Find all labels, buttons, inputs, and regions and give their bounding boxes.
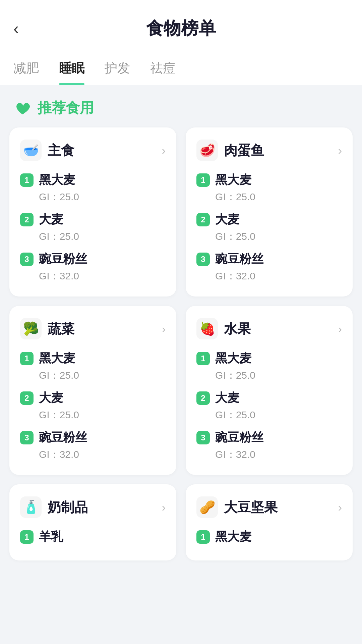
list-item: 3豌豆粉丝GI：32.0	[20, 251, 166, 283]
food-name: 黑大麦	[215, 172, 251, 188]
food-card-shuiguo[interactable]: 🍓水果›1黑大麦GI：25.02大麦GI：25.03豌豆粉丝GI：32.0	[186, 306, 353, 475]
card-icon-naizhipin: 🧴	[20, 496, 42, 518]
list-item: 1黑大麦GI：25.0	[20, 350, 166, 382]
card-arrow-zhushi: ›	[162, 144, 166, 157]
card-name-roudanyu: 肉蛋鱼	[224, 141, 264, 160]
tab-hufa[interactable]: 护发	[105, 50, 130, 85]
card-arrow-roudanyu: ›	[338, 144, 342, 157]
tab-bar: 减肥睡眠护发祛痘	[0, 50, 362, 85]
card-arrow-naizhipin: ›	[162, 501, 166, 514]
card-name-shucai: 蔬菜	[48, 320, 74, 338]
food-name: 大麦	[215, 211, 239, 228]
list-item: 1黑大麦	[196, 529, 342, 545]
food-grid: 🥣主食›1黑大麦GI：25.02大麦GI：25.03豌豆粉丝GI：32.0🥩肉蛋…	[0, 127, 362, 570]
food-name: 羊乳	[39, 529, 63, 545]
food-card-dadoujianguo[interactable]: 🥜大豆坚果›1黑大麦	[186, 484, 353, 560]
food-name: 豌豆粉丝	[215, 251, 263, 267]
rank-badge: 2	[20, 213, 34, 226]
food-name: 大麦	[39, 390, 63, 406]
card-header-roudanyu: 🥩肉蛋鱼›	[196, 140, 342, 161]
rank-badge: 3	[196, 253, 210, 266]
food-name: 豌豆粉丝	[39, 251, 87, 267]
card-header-shuiguo: 🍓水果›	[196, 318, 342, 339]
rank-badge: 2	[196, 391, 210, 405]
list-item: 1羊乳	[20, 529, 166, 545]
rank-badge: 1	[196, 352, 210, 365]
card-header-shucai: 🥦蔬菜›	[20, 318, 166, 339]
list-item: 3豌豆粉丝GI：32.0	[196, 251, 342, 283]
food-gi: GI：32.0	[196, 269, 342, 283]
list-item: 2大麦GI：25.0	[20, 211, 166, 244]
rank-badge: 1	[196, 173, 210, 187]
food-gi: GI：25.0	[196, 230, 342, 244]
list-item: 1黑大麦GI：25.0	[20, 172, 166, 204]
list-item: 2大麦GI：25.0	[196, 211, 342, 244]
food-name: 豌豆粉丝	[39, 429, 87, 446]
tab-jiefei[interactable]: 减肥	[13, 50, 39, 85]
food-card-zhushi[interactable]: 🥣主食›1黑大麦GI：25.02大麦GI：25.03豌豆粉丝GI：32.0	[9, 127, 176, 297]
food-gi: GI：25.0	[196, 369, 342, 382]
food-name: 黑大麦	[215, 350, 251, 367]
rank-badge: 3	[20, 253, 34, 266]
list-item: 3豌豆粉丝GI：32.0	[20, 429, 166, 462]
food-gi: GI：25.0	[20, 369, 166, 382]
list-item: 1黑大麦GI：25.0	[196, 172, 342, 204]
food-gi: GI：25.0	[20, 230, 166, 244]
food-card-shucai[interactable]: 🥦蔬菜›1黑大麦GI：25.02大麦GI：25.03豌豆粉丝GI：32.0	[9, 306, 176, 475]
card-name-naizhipin: 奶制品	[48, 498, 88, 517]
page-title: 食物榜单	[146, 17, 216, 40]
back-button[interactable]: ‹	[13, 20, 19, 37]
section-label: 推荐食用	[0, 85, 362, 127]
section-label-text: 推荐食用	[38, 99, 94, 117]
card-name-zhushi: 主食	[48, 141, 74, 160]
food-name: 大麦	[39, 211, 63, 228]
card-icon-dadoujianguo: 🥜	[196, 496, 218, 518]
food-gi: GI：25.0	[196, 408, 342, 422]
list-item: 2大麦GI：25.0	[20, 390, 166, 422]
food-card-naizhipin[interactable]: 🧴奶制品›1羊乳	[9, 484, 176, 560]
card-icon-shuiguo: 🍓	[196, 318, 218, 339]
food-gi: GI：32.0	[20, 269, 166, 283]
food-card-roudanyu[interactable]: 🥩肉蛋鱼›1黑大麦GI：25.02大麦GI：25.03豌豆粉丝GI：32.0	[186, 127, 353, 297]
rank-badge: 1	[20, 530, 34, 544]
card-header-zhushi: 🥣主食›	[20, 140, 166, 161]
card-icon-zhushi: 🥣	[20, 140, 42, 161]
heart-icon	[13, 99, 32, 117]
card-icon-roudanyu: 🥩	[196, 140, 218, 161]
rank-badge: 3	[196, 431, 210, 444]
list-item: 1黑大麦GI：25.0	[196, 350, 342, 382]
card-arrow-shuiguo: ›	[338, 322, 342, 335]
food-name: 大麦	[215, 390, 239, 406]
food-name: 黑大麦	[39, 350, 75, 367]
card-arrow-dadoujianguo: ›	[338, 501, 342, 514]
list-item: 3豌豆粉丝GI：32.0	[196, 429, 342, 462]
card-name-dadoujianguo: 大豆坚果	[224, 498, 278, 517]
card-arrow-shucai: ›	[162, 322, 166, 335]
card-icon-shucai: 🥦	[20, 318, 42, 339]
food-gi: GI：32.0	[20, 448, 166, 462]
rank-badge: 2	[196, 213, 210, 226]
rank-badge: 1	[196, 530, 210, 544]
card-header-naizhipin: 🧴奶制品›	[20, 496, 166, 518]
rank-badge: 2	[20, 391, 34, 405]
food-gi: GI：25.0	[20, 190, 166, 204]
list-item: 2大麦GI：25.0	[196, 390, 342, 422]
food-name: 黑大麦	[215, 529, 251, 545]
tab-shuimian[interactable]: 睡眠	[59, 50, 84, 85]
header: ‹ 食物榜单	[0, 0, 362, 50]
food-gi: GI：25.0	[196, 190, 342, 204]
rank-badge: 1	[20, 173, 34, 187]
food-gi: GI：25.0	[20, 408, 166, 422]
card-name-shuiguo: 水果	[224, 320, 251, 338]
rank-badge: 3	[20, 431, 34, 444]
tab-zhucuo[interactable]: 祛痘	[150, 50, 176, 85]
card-header-dadoujianguo: 🥜大豆坚果›	[196, 496, 342, 518]
food-name: 黑大麦	[39, 172, 75, 188]
food-name: 豌豆粉丝	[215, 429, 263, 446]
rank-badge: 1	[20, 352, 34, 365]
food-gi: GI：32.0	[196, 448, 342, 462]
